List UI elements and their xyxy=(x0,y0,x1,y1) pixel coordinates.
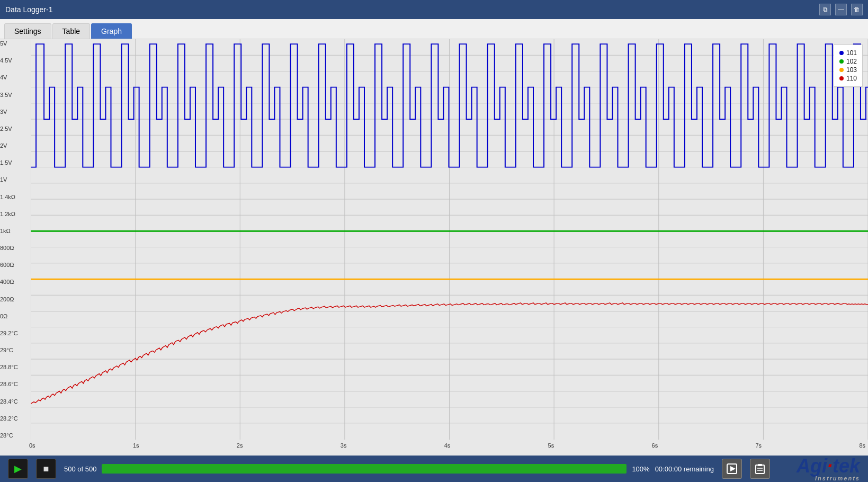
svg-rect-36 xyxy=(758,464,762,466)
stop-icon: ■ xyxy=(43,463,49,475)
play-icon: ▶ xyxy=(14,463,22,475)
time-remaining: 00:00:00 remaining xyxy=(655,465,714,473)
clipboard-icon xyxy=(754,463,766,475)
x-label-7s: 7s xyxy=(755,442,762,453)
tab-graph[interactable]: Graph xyxy=(91,23,132,39)
y-label-286c: 28.6°C xyxy=(0,381,30,387)
y-label-12k: 1.2kΩ xyxy=(0,211,30,217)
y-label-4v: 4V xyxy=(0,74,30,81)
svg-rect-35 xyxy=(756,465,764,474)
x-label-1s: 1s xyxy=(133,442,139,453)
titlebar: Data Logger-1 ⧉ — 🗑 xyxy=(0,0,868,19)
y-label-15v: 1.5V xyxy=(0,159,30,166)
legend-dot-103 xyxy=(839,68,844,72)
legend-item-103: 103 xyxy=(839,66,857,74)
close-button[interactable]: 🗑 xyxy=(851,4,863,15)
navbar: Settings Table Graph xyxy=(0,19,868,39)
restore-button[interactable]: ⧉ xyxy=(819,4,831,15)
agitek-logo: Agi·tek Instruments xyxy=(797,457,860,481)
legend-label-110: 110 xyxy=(846,75,857,82)
x-label-2s: 2s xyxy=(237,442,243,453)
stop-button[interactable]: ■ xyxy=(36,459,56,479)
record-icon xyxy=(726,463,738,475)
clipboard-button[interactable] xyxy=(750,459,770,479)
progress-bar-bg xyxy=(102,464,627,474)
legend-item-110: 110 xyxy=(839,75,857,82)
y-label-400: 400Ω xyxy=(0,279,30,285)
x-label-0s: 0s xyxy=(29,442,35,453)
y-label-200: 200Ω xyxy=(0,296,30,302)
x-label-5s: 5s xyxy=(548,442,554,453)
chart-area: 5V 4.5V 4V 3.5V 3V 2.5V 2V 1.5V 1V 1.4kΩ… xyxy=(0,39,868,456)
y-label-5v: 5V xyxy=(0,40,30,47)
legend-label-101: 101 xyxy=(846,49,857,57)
logo-subtitle: Instruments xyxy=(815,476,860,481)
x-label-3s: 3s xyxy=(341,442,347,453)
progress-text: 500 of 500 xyxy=(64,465,96,473)
y-label-28c: 28°C xyxy=(0,432,30,439)
legend-item-101: 101 xyxy=(839,49,857,57)
titlebar-right: ⧉ — 🗑 xyxy=(819,4,863,15)
tab-settings[interactable]: Settings xyxy=(4,23,51,39)
x-axis: 0s 1s 2s 3s 4s 5s 6s 7s 8s xyxy=(29,442,865,453)
y-label-600: 600Ω xyxy=(0,262,30,268)
legend-dot-102 xyxy=(839,59,844,64)
y-label-1k: 1kΩ xyxy=(0,228,30,234)
y-label-1v: 1V xyxy=(0,176,30,183)
y-label-25v: 2.5V xyxy=(0,126,30,132)
y-label-29c: 29°C xyxy=(0,347,30,353)
y-label-35v: 3.5V xyxy=(0,92,30,98)
legend-dot-110 xyxy=(839,76,844,81)
main-area: 5V 4.5V 4V 3.5V 3V 2.5V 2V 1.5V 1V 1.4kΩ… xyxy=(0,39,868,456)
y-label-292c: 29.2°C xyxy=(0,330,30,336)
record-button[interactable] xyxy=(722,459,742,479)
legend: 101 102 103 110 xyxy=(834,44,863,87)
statusbar: ▶ ■ 500 of 500 100% 00:00:00 remaining A… xyxy=(0,456,868,482)
svg-marker-34 xyxy=(730,466,736,471)
y-label-800: 800Ω xyxy=(0,245,30,251)
y-label-2v: 2V xyxy=(0,142,30,149)
y-label-3v: 3V xyxy=(0,109,30,115)
x-label-4s: 4s xyxy=(444,442,451,453)
legend-item-102: 102 xyxy=(839,58,857,65)
legend-label-102: 102 xyxy=(846,58,857,65)
x-label-6s: 6s xyxy=(652,442,658,453)
y-label-14k: 1.4kΩ xyxy=(0,194,30,200)
y-axis: 5V 4.5V 4V 3.5V 3V 2.5V 2V 1.5V 1V 1.4kΩ… xyxy=(0,39,31,440)
percent-text: 100% xyxy=(632,465,649,473)
y-label-0: 0Ω xyxy=(0,313,30,319)
minimize-button[interactable]: — xyxy=(835,4,847,15)
y-label-282c: 28.2°C xyxy=(0,415,30,422)
y-label-288c: 28.8°C xyxy=(0,364,30,370)
x-label-8s: 8s xyxy=(859,442,865,453)
logo-dot-decoration: · xyxy=(827,455,833,477)
y-label-284c: 28.4°C xyxy=(0,398,30,405)
app-title: Data Logger-1 xyxy=(5,5,53,14)
tab-table[interactable]: Table xyxy=(52,23,90,39)
y-label-45v: 4.5V xyxy=(0,57,30,64)
logo-text: Agi·tek xyxy=(797,457,860,476)
legend-dot-101 xyxy=(839,51,844,55)
plot-container xyxy=(31,39,868,440)
progress-container: 500 of 500 100% 00:00:00 remaining xyxy=(64,464,714,474)
titlebar-left: Data Logger-1 xyxy=(5,5,53,14)
progress-bar-fill xyxy=(102,464,627,474)
play-button[interactable]: ▶ xyxy=(8,459,28,479)
legend-label-103: 103 xyxy=(846,66,857,74)
graph-svg xyxy=(31,39,868,440)
